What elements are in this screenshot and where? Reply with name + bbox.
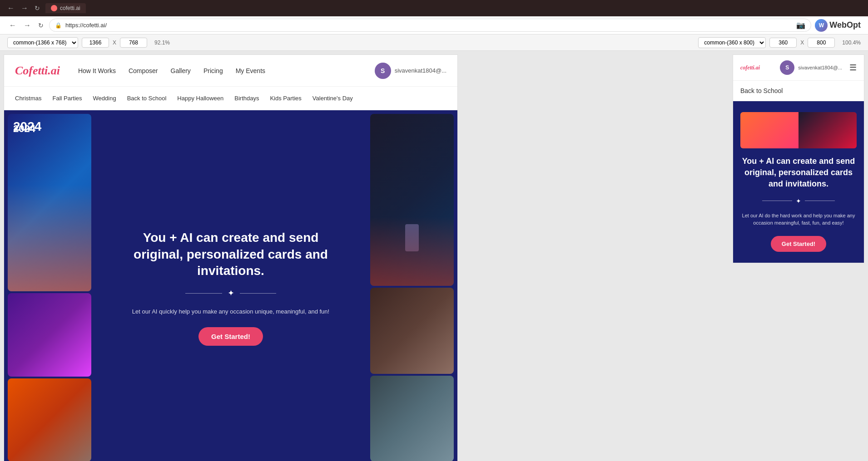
- page-reload-button[interactable]: ↻: [36, 20, 45, 31]
- mobile-hero-title: You + AI can create and send original, p…: [740, 156, 857, 190]
- hero-subtitle: Let our AI quickly help you make any occ…: [117, 307, 344, 316]
- page-back-button[interactable]: ←: [7, 20, 18, 31]
- hero-divider: ✦: [185, 288, 276, 298]
- main-area: Cofetti.ai How It Works Composer Gallery…: [0, 51, 868, 461]
- reload-button[interactable]: ↻: [33, 3, 42, 14]
- active-tab[interactable]: cofetti.ai: [45, 3, 86, 13]
- cat-kids-parties[interactable]: Kids Parties: [264, 95, 307, 102]
- viewport-preset-left[interactable]: common-(1366 x 768): [7, 37, 78, 48]
- card-tiger: [8, 378, 91, 461]
- mobile-hero-img-right: [799, 112, 857, 148]
- category-nav: Christmas Fall Parties Wedding Back to S…: [4, 87, 457, 110]
- card-lion: [8, 293, 91, 377]
- cat-christmas[interactable]: Christmas: [15, 95, 47, 102]
- page-forward-button[interactable]: →: [22, 20, 33, 31]
- webopt-icon: W: [815, 19, 828, 32]
- mobile-header: cofetti.ai S sivavenkat1804@... ☰: [733, 55, 864, 81]
- card-overlay: [8, 185, 91, 291]
- mobile-logo[interactable]: cofetti.ai: [740, 64, 760, 71]
- viewport-height-left[interactable]: [120, 38, 147, 48]
- card-year-label: 2024: [13, 119, 41, 134]
- tab-title: cofetti.ai: [60, 5, 80, 11]
- nav-how-it-works[interactable]: How It Works: [78, 67, 116, 74]
- mobile-hero-image: [740, 112, 857, 148]
- mobile-user-email: sivavenkat1804@...: [798, 65, 842, 70]
- nav-pricing[interactable]: Pricing: [203, 67, 223, 74]
- tab-favicon: [51, 5, 57, 11]
- cat-fall-parties[interactable]: Fall Parties: [47, 95, 88, 102]
- address-bar-row: ← → ↻ 🔒 📷 W WebOpt: [0, 16, 868, 34]
- site-header: Cofetti.ai How It Works Composer Gallery…: [4, 55, 457, 87]
- nav-composer[interactable]: Composer: [129, 67, 158, 74]
- mobile-get-started-button[interactable]: Get Started!: [771, 236, 826, 252]
- mobile-user-avatar: S: [780, 60, 794, 75]
- card-2024: 2024: [8, 114, 91, 291]
- nav-my-events[interactable]: My Events: [236, 67, 265, 74]
- hero-cards-left: 2024: [4, 110, 95, 461]
- mobile-hero-line-left: [762, 201, 792, 201]
- url-input[interactable]: [65, 22, 793, 29]
- user-email: sivavenkat1804@...: [395, 67, 446, 74]
- hamburger-icon[interactable]: ☰: [849, 63, 857, 73]
- viewport-zoom-left: 92.1%: [154, 39, 170, 46]
- mobile-hero-divider: ✦: [762, 197, 835, 205]
- browser-controls: ← → ↻: [5, 2, 42, 14]
- desktop-view: Cofetti.ai How It Works Composer Gallery…: [4, 54, 458, 461]
- hero-cards-right: [367, 110, 457, 461]
- cat-happy-halloween[interactable]: Happy Halloween: [172, 95, 229, 102]
- viewport-x-right: X: [800, 39, 804, 46]
- mobile-hero-line-right: [805, 201, 835, 201]
- viewport-zoom-right: 100.4%: [842, 39, 861, 46]
- cat-valentines-day[interactable]: Valentine's Day: [307, 95, 358, 102]
- cat-back-to-school[interactable]: Back to School: [122, 95, 172, 102]
- viewport-left-controls: common-(1366 x 768) X 92.1%: [7, 37, 170, 48]
- mobile-hero-subtitle: Let our AI do the hard work and help you…: [740, 212, 857, 227]
- viewport-toolbar: common-(1366 x 768) X 92.1% common-(360 …: [0, 34, 868, 51]
- card-motorcycle: [370, 376, 454, 461]
- back-button[interactable]: ←: [5, 2, 16, 14]
- cofetti-logo[interactable]: Cofetti.ai: [15, 64, 60, 78]
- hero-section: 2024 You + AI can create and send origin…: [4, 110, 457, 461]
- dark-card-glow: [370, 217, 454, 286]
- user-section: S sivavenkat1804@...: [375, 63, 446, 79]
- viewport-width-right[interactable]: [769, 38, 797, 48]
- address-bar[interactable]: 🔒 📷: [49, 19, 811, 32]
- lock-icon: 🔒: [55, 22, 62, 29]
- hero-star-icon: ✦: [228, 288, 234, 298]
- viewport-preset-right[interactable]: common-(360 x 800): [698, 37, 766, 48]
- cat-birthdays[interactable]: Birthdays: [229, 95, 264, 102]
- webopt-logo: W WebOpt: [815, 19, 861, 32]
- user-avatar: S: [375, 63, 391, 79]
- card-bookshelf: [370, 288, 454, 374]
- tab-bar: cofetti.ai: [45, 3, 86, 13]
- viewport-width-left[interactable]: [82, 38, 109, 48]
- mobile-hero-section: You + AI can create and send original, p…: [733, 101, 864, 263]
- nav-gallery[interactable]: Gallery: [171, 67, 191, 74]
- viewport-x-left: X: [113, 39, 116, 46]
- hero-content: You + AI can create and send original, p…: [117, 230, 344, 346]
- main-nav: How It Works Composer Gallery Pricing My…: [78, 67, 375, 74]
- forward-button[interactable]: →: [19, 2, 30, 14]
- mobile-panel: cofetti.ai S sivavenkat1804@... ☰ Back t…: [733, 54, 864, 263]
- viewport-height-right[interactable]: [808, 38, 835, 48]
- mobile-category-item[interactable]: Back to School: [733, 81, 864, 101]
- hero-line-left: [185, 293, 222, 294]
- card-dark-hero: [370, 114, 454, 286]
- viewport-right-controls: common-(360 x 800) X 100.4%: [698, 37, 861, 48]
- mobile-hero-img-left: [740, 112, 799, 148]
- browser-chrome: ← → ↻ cofetti.ai: [0, 0, 868, 16]
- hero-title: You + AI can create and send original, p…: [117, 230, 344, 279]
- camera-icon[interactable]: 📷: [796, 21, 805, 29]
- hero-line-right: [240, 293, 277, 294]
- get-started-button[interactable]: Get Started!: [198, 327, 263, 346]
- mobile-hero-star-icon: ✦: [796, 197, 801, 205]
- cat-wedding[interactable]: Wedding: [88, 95, 122, 102]
- webopt-label: WebOpt: [829, 20, 861, 30]
